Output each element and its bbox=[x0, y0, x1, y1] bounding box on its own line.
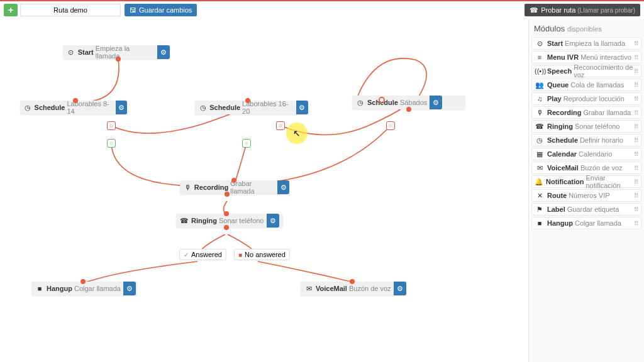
module-ringing[interactable]: ☎RingingSonar teléfono⠿ bbox=[531, 120, 641, 133]
gear-icon[interactable]: ⚙ bbox=[123, 282, 136, 295]
module-recording[interactable]: 🎙RecordingGrabar llamada⠿ bbox=[531, 106, 641, 119]
drag-handle-icon[interactable]: ⠿ bbox=[634, 220, 638, 227]
module-desc: Definir horario bbox=[580, 136, 623, 144]
module-speech[interactable]: ((•))SpeechReconocimiento de voz⠿ bbox=[531, 65, 641, 77]
stop-icon: ■ bbox=[34, 285, 45, 292]
module-icon: ⊙ bbox=[535, 40, 545, 48]
drag-handle-icon[interactable]: ⠿ bbox=[634, 40, 638, 47]
drag-handle-icon[interactable]: ⠿ bbox=[634, 192, 638, 199]
drag-handle-icon[interactable]: ⠿ bbox=[634, 82, 638, 89]
drag-handle-icon[interactable]: ⠿ bbox=[634, 206, 638, 213]
node-title: Start bbox=[78, 48, 94, 56]
label-no-answered: ■ No answered bbox=[234, 249, 290, 260]
stop-icon: ■ bbox=[238, 251, 242, 258]
save-button[interactable]: 🖫 Guardar cambios bbox=[125, 4, 197, 16]
module-name: Speech bbox=[547, 67, 572, 75]
port-open[interactable]: ○ bbox=[107, 121, 116, 130]
module-play[interactable]: ♫PlayReproducir locución⠿ bbox=[531, 92, 641, 105]
module-desc: Reconocimiento de voz bbox=[574, 63, 634, 79]
sidebar-title-main: Módulos bbox=[534, 24, 565, 33]
port-in[interactable] bbox=[245, 98, 250, 103]
sidebar-title-sub: disponibles bbox=[567, 25, 602, 33]
port-open[interactable]: ○ bbox=[386, 121, 395, 130]
node-desc: Laborables 16-20 bbox=[242, 100, 294, 115]
toolbar: + 🖫 Guardar cambios ☎ Probar ruta (Llama… bbox=[0, 0, 644, 19]
drag-handle-icon[interactable]: ⠿ bbox=[634, 151, 638, 158]
module-notification[interactable]: 🔔NotificationEnviar notificación⠿ bbox=[531, 175, 641, 188]
drag-handle-icon[interactable]: ⠿ bbox=[634, 137, 638, 144]
module-voicemail[interactable]: ✉VoiceMailBuzón de voz⠿ bbox=[531, 162, 641, 174]
drag-handle-icon[interactable]: ⠿ bbox=[634, 109, 638, 116]
node-desc: Buzón de voz bbox=[349, 285, 391, 292]
node-ringing[interactable]: ☎ Ringing Sonar teléfono ⚙ bbox=[176, 214, 283, 228]
module-desc: Reproducir locución bbox=[564, 95, 625, 102]
module-icon: ✕ bbox=[535, 192, 545, 200]
route-name-input[interactable] bbox=[20, 4, 121, 16]
module-name: Play bbox=[547, 95, 562, 102]
drag-handle-icon[interactable]: ⠿ bbox=[634, 68, 638, 75]
port-out[interactable] bbox=[406, 107, 411, 112]
node-schedule-2[interactable]: ◷ Schedule Laborables 16-20 ⚙ bbox=[195, 101, 308, 114]
module-icon: ≡ bbox=[535, 53, 545, 61]
node-title: Schedule bbox=[209, 104, 240, 111]
port-ring[interactable] bbox=[379, 97, 385, 103]
sidebar-title: Módulos disponibles bbox=[531, 23, 641, 37]
module-menu-ivr[interactable]: ≡Menu IVRMenú interactivo⠿ bbox=[531, 51, 641, 63]
node-desc: Colgar llamada bbox=[74, 285, 121, 292]
cursor-highlight: ↖ bbox=[286, 123, 308, 144]
gear-icon[interactable]: ⚙ bbox=[296, 101, 308, 114]
module-icon: ((•)) bbox=[535, 67, 545, 75]
save-label: Guardar cambios bbox=[139, 6, 192, 14]
port-in[interactable] bbox=[350, 279, 355, 284]
node-desc: Empieza la llamada bbox=[96, 45, 155, 60]
module-desc: Cola de llamadas bbox=[570, 81, 624, 89]
drag-handle-icon[interactable]: ⠿ bbox=[634, 165, 638, 172]
port-out[interactable] bbox=[225, 192, 230, 197]
gear-icon[interactable]: ⚙ bbox=[394, 282, 406, 295]
module-desc: Grabar llamada bbox=[583, 109, 631, 116]
module-icon: 🔔 bbox=[535, 178, 543, 186]
port-closed[interactable]: ○ bbox=[107, 139, 116, 148]
test-route-button[interactable]: ☎ Probar ruta (Llamar para probar) bbox=[525, 4, 640, 16]
mic-icon: 🎙 bbox=[182, 184, 193, 191]
drag-handle-icon[interactable]: ⠿ bbox=[634, 96, 638, 102]
gear-icon[interactable]: ⚙ bbox=[267, 214, 279, 228]
module-calendar[interactable]: ▦CalendarCalendario⠿ bbox=[531, 148, 641, 160]
module-name: Queue bbox=[547, 81, 569, 89]
flow-canvas[interactable]: ⊙ Start Empieza la llamada ⚙ ◷ Schedule … bbox=[0, 19, 528, 362]
drag-handle-icon[interactable]: ⠿ bbox=[634, 54, 638, 61]
gear-icon[interactable]: ⚙ bbox=[116, 101, 127, 114]
module-icon: ⚑ bbox=[535, 206, 545, 214]
drag-handle-icon[interactable]: ⠿ bbox=[634, 123, 638, 130]
module-hangup[interactable]: ■HangupColgar llamada⠿ bbox=[531, 217, 641, 229]
module-desc: Guardar etiqueta bbox=[567, 206, 619, 213]
port-out[interactable] bbox=[224, 225, 229, 230]
module-start[interactable]: ⊙StartEmpieza la llamada⠿ bbox=[531, 37, 641, 50]
module-desc: Enviar notificación bbox=[586, 174, 635, 189]
module-queue[interactable]: 👥QueueCola de llamadas⠿ bbox=[531, 79, 641, 91]
add-button[interactable]: + bbox=[4, 4, 18, 16]
module-label[interactable]: ⚑LabelGuardar etiqueta⠿ bbox=[531, 203, 641, 216]
port-out[interactable] bbox=[116, 57, 121, 62]
gear-icon[interactable]: ⚙ bbox=[277, 180, 289, 194]
gear-icon[interactable]: ⚙ bbox=[430, 96, 442, 109]
module-icon: ☎ bbox=[535, 123, 545, 131]
module-icon: ◷ bbox=[535, 136, 545, 145]
label-text: No answered bbox=[245, 251, 286, 258]
drag-handle-icon[interactable]: ⠿ bbox=[634, 178, 638, 185]
save-icon: 🖫 bbox=[130, 6, 136, 14]
module-name: Route bbox=[547, 192, 567, 199]
port-in[interactable] bbox=[80, 279, 86, 284]
target-icon: ⊙ bbox=[65, 48, 77, 57]
port-open[interactable]: ○ bbox=[276, 121, 285, 130]
port-in[interactable] bbox=[231, 178, 236, 183]
port-closed[interactable]: ○ bbox=[242, 139, 251, 148]
gear-icon[interactable]: ⚙ bbox=[157, 45, 170, 59]
port-in[interactable] bbox=[224, 211, 229, 216]
module-schedule[interactable]: ◷ScheduleDefinir horario⠿ bbox=[531, 134, 641, 146]
module-icon: ♫ bbox=[535, 95, 545, 102]
test-label: Probar ruta bbox=[541, 6, 575, 14]
module-route[interactable]: ✕RouteNúmeros VIP⠿ bbox=[531, 189, 641, 202]
module-desc: Números VIP bbox=[569, 192, 609, 199]
port-in[interactable] bbox=[73, 98, 78, 103]
